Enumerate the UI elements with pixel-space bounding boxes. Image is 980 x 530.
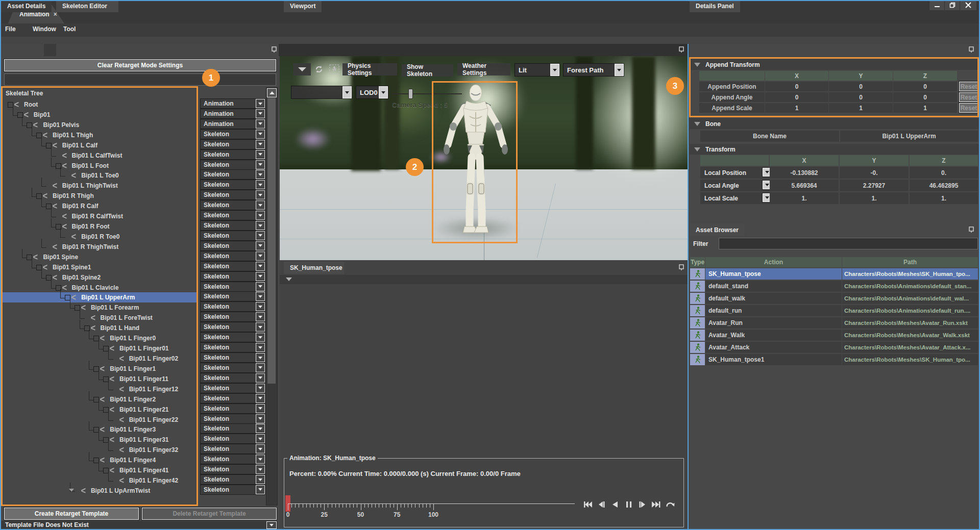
bone-mode-combo[interactable]: Skeleton (200, 342, 265, 352)
chevron-down-icon[interactable] (256, 373, 265, 383)
tab-viewport[interactable]: Viewport (284, 0, 322, 12)
bone-mode-combo[interactable]: Skeleton (200, 231, 265, 241)
bone-mode-combo[interactable]: Animation (200, 98, 265, 109)
bone-mode-combo[interactable]: Skeleton (200, 352, 265, 363)
tree-scrollbar[interactable] (266, 87, 278, 506)
character-pose-icon[interactable] (328, 63, 341, 75)
asset-action-cell[interactable]: SK_Human_tpose1 (705, 354, 842, 365)
bone-mode-combo[interactable]: Skeleton (200, 291, 265, 301)
asset-action-cell[interactable]: Avatar_Walk (705, 330, 842, 341)
bone-mode-combo[interactable]: Skeleton (200, 474, 265, 485)
bone-mode-combo[interactable]: Skeleton (200, 169, 265, 180)
chevron-down-icon[interactable] (256, 455, 265, 464)
timeline-ruler-line[interactable] (288, 503, 575, 504)
bone-mode-combo[interactable]: Skeleton (200, 301, 265, 312)
bone-mode-combo[interactable]: Skeleton (200, 129, 265, 139)
motion-panel-pin-icon[interactable] (678, 264, 685, 271)
camera-speed-slider-handle[interactable] (408, 89, 413, 99)
chevron-down-icon[interactable] (256, 384, 265, 393)
transform-value-cell[interactable]: -0. (840, 167, 909, 179)
asset-action-cell[interactable]: SK_Human_tpose (705, 268, 842, 280)
collapse-icon[interactable] (694, 122, 700, 126)
bone-mode-combo[interactable]: Skeleton (200, 363, 265, 373)
chevron-down-icon[interactable] (256, 333, 265, 342)
bone-mode-combo[interactable]: Skeleton (200, 414, 265, 424)
bone-mode-combo[interactable]: Skeleton (200, 312, 265, 322)
transform-value-cell[interactable]: -0.130882 (770, 167, 839, 179)
left-panel-pin-icon[interactable] (271, 46, 278, 53)
bone-mode-combo[interactable]: Skeleton (200, 444, 265, 454)
tab-asset-browser[interactable]: Asset Browser (690, 224, 745, 236)
chevron-down-icon[interactable] (256, 414, 265, 423)
asset-path-cell[interactable]: Characters\Robots\Meshes\Avatar_Walk.xsk… (842, 330, 978, 341)
asset-path-cell[interactable]: Characters\Robots\Meshes\SK_Human_tpo... (842, 268, 978, 280)
loop-button[interactable] (664, 499, 676, 510)
chevron-down-icon[interactable] (256, 343, 265, 352)
asset-action-cell[interactable]: default_stand (705, 281, 842, 292)
menu-window[interactable]: Window (33, 26, 56, 33)
chevron-down-icon[interactable] (256, 231, 265, 240)
chevron-down-icon[interactable] (256, 262, 265, 271)
transform-value-cell[interactable]: 46.462895 (910, 180, 978, 191)
chevron-down-icon[interactable] (256, 434, 265, 443)
chevron-down-icon[interactable] (256, 180, 265, 189)
viewport-pin-icon[interactable] (678, 46, 685, 53)
chevron-down-icon[interactable] (256, 322, 265, 332)
chevron-down-icon[interactable] (286, 277, 292, 281)
chevron-down-icon[interactable] (256, 221, 265, 230)
viewport-menu-dropdown[interactable] (293, 63, 311, 75)
bone-mode-combo[interactable]: Skeleton (200, 149, 265, 160)
clear-retarget-button[interactable]: Clear Retarget Mode Settings (4, 59, 276, 71)
chevron-down-icon[interactable] (256, 485, 265, 494)
bone-mode-combo[interactable]: Skeleton (200, 160, 265, 170)
asset-path-cell[interactable]: Characters\Robots\Meshes\Avatar_Attack.x… (842, 342, 978, 353)
chevron-down-icon[interactable] (256, 150, 265, 159)
chevron-down-icon[interactable] (342, 86, 352, 98)
collapse-icon[interactable] (694, 147, 700, 152)
chevron-down-icon[interactable] (256, 140, 265, 149)
bone-mode-combo[interactable]: Skeleton (200, 271, 265, 282)
bone-header[interactable]: Bone (690, 118, 978, 129)
chevron-down-icon[interactable] (256, 251, 265, 261)
restore-button[interactable] (944, 0, 960, 10)
bone-mode-combo[interactable]: Skeleton (200, 434, 265, 444)
chevron-down-icon[interactable] (256, 302, 265, 311)
asset-browser-pin-icon[interactable] (968, 226, 975, 233)
lod-combo[interactable]: LOD0 (356, 86, 388, 99)
menu-tool[interactable]: Tool (63, 26, 76, 33)
weather-settings-button[interactable]: Weather Settings (457, 63, 510, 75)
bone-mode-combo[interactable]: Skeleton (200, 251, 265, 261)
skip-to-start-button[interactable] (581, 499, 594, 510)
chevron-down-icon[interactable] (256, 475, 265, 484)
bone-mode-combo[interactable]: Skeleton (200, 282, 265, 292)
close-button[interactable] (960, 0, 976, 10)
skip-to-end-button[interactable] (650, 499, 663, 510)
bone-mode-combo[interactable]: Skeleton (200, 393, 265, 403)
tab-details-panel[interactable]: Details Panel (690, 0, 740, 12)
bone-mode-combo[interactable]: Skeleton (200, 464, 265, 474)
chevron-down-icon[interactable] (256, 200, 265, 210)
scrollbar-thumb[interactable] (267, 98, 276, 384)
bone-mode-combo[interactable]: Skeleton (200, 383, 265, 393)
animation-layer-combo[interactable] (291, 86, 352, 99)
chevron-down-icon[interactable] (256, 312, 265, 321)
chevron-down-icon[interactable] (256, 241, 265, 250)
bone-mode-combo[interactable]: Skeleton (200, 373, 265, 383)
chevron-down-icon[interactable] (256, 130, 265, 139)
step-forward-button[interactable] (636, 499, 649, 510)
play-backward-button[interactable] (609, 499, 621, 510)
chevron-down-icon[interactable] (256, 394, 265, 403)
delete-retarget-template-button[interactable]: Delete Retarget Template (142, 508, 277, 520)
transform-value-cell[interactable]: 1. (910, 192, 978, 204)
refresh-icon[interactable] (312, 63, 326, 75)
chevron-down-icon[interactable] (615, 64, 624, 76)
scene-combo[interactable]: Forest Path (563, 63, 624, 77)
chevron-down-icon[interactable] (256, 272, 265, 281)
chevron-down-icon[interactable] (256, 424, 265, 433)
bone-mode-combo[interactable]: Skeleton (200, 332, 265, 342)
bone-mode-combo[interactable]: Skeleton (200, 261, 265, 271)
asset-action-cell[interactable]: default_run (705, 305, 842, 316)
chevron-down-icon[interactable] (256, 119, 265, 129)
asset-path-cell[interactable]: Characters\Robots\Animations\default_sta… (842, 281, 978, 292)
chevron-down-icon[interactable] (379, 86, 388, 98)
